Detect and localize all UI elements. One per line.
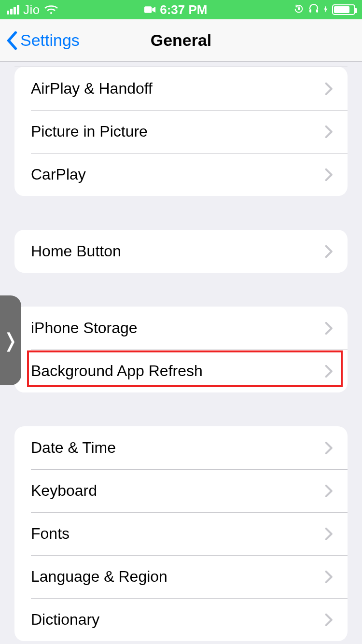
row-label: Picture in Picture	[31, 123, 148, 140]
status-time: 6:37 PM	[160, 2, 207, 17]
wifi-icon	[44, 4, 58, 15]
svg-rect-3	[309, 9, 311, 13]
headphones-icon	[308, 2, 320, 17]
row-label: AirPlay & Handoff	[31, 80, 153, 98]
settings-group-2: iPhone Storage Background App Refresh	[14, 307, 348, 392]
svg-rect-2	[298, 8, 300, 10]
status-center: 6:37 PM	[144, 2, 207, 17]
row-label: Fonts	[31, 525, 70, 543]
status-right	[293, 2, 355, 17]
chevron-left-icon	[7, 31, 17, 50]
camera-icon	[144, 5, 156, 14]
cellular-signal-icon	[7, 5, 19, 14]
status-left: Jio	[7, 2, 58, 17]
svg-rect-4	[316, 9, 318, 13]
carrier-label: Jio	[23, 2, 40, 17]
chevron-right-icon	[325, 126, 333, 138]
settings-group-3: Date & Time Keyboard Fonts Language & Re…	[14, 426, 348, 641]
chevron-right-icon	[325, 571, 333, 583]
row-home-button[interactable]: Home Button	[14, 230, 348, 273]
row-fonts[interactable]: Fonts	[14, 512, 348, 555]
settings-group-0: AirPlay & Handoff Picture in Picture Car…	[14, 67, 348, 196]
back-button[interactable]: Settings	[0, 31, 80, 50]
nav-bar: Settings General	[0, 19, 362, 62]
battery-icon	[332, 4, 355, 15]
back-label: Settings	[20, 31, 80, 50]
row-label: CarPlay	[31, 166, 86, 183]
row-label: iPhone Storage	[31, 319, 138, 337]
row-keyboard[interactable]: Keyboard	[14, 469, 348, 512]
row-iphone-storage[interactable]: iPhone Storage	[14, 307, 348, 350]
row-label: Dictionary	[31, 611, 99, 629]
svg-point-0	[50, 12, 52, 14]
chevron-right-icon	[325, 485, 333, 497]
chevron-right-icon	[325, 168, 333, 181]
chevron-right-icon	[325, 245, 333, 258]
side-handle-tab[interactable]: ❭	[0, 295, 21, 385]
chevron-right-icon	[325, 614, 333, 626]
row-background-app-refresh[interactable]: Background App Refresh	[14, 350, 348, 392]
row-label: Keyboard	[31, 482, 97, 500]
row-picture-in-picture[interactable]: Picture in Picture	[14, 110, 348, 153]
status-bar: Jio 6:37 PM	[0, 0, 362, 19]
chevron-right-icon	[325, 322, 333, 335]
chevron-right-icon: ❭	[2, 329, 19, 351]
row-airplay-handoff[interactable]: AirPlay & Handoff	[14, 67, 348, 110]
settings-group-1: Home Button	[14, 230, 348, 273]
chevron-right-icon	[325, 365, 333, 378]
row-date-time[interactable]: Date & Time	[14, 426, 348, 469]
row-label: Language & Region	[31, 568, 167, 586]
row-label: Date & Time	[31, 439, 116, 457]
chevron-right-icon	[325, 83, 333, 95]
settings-content[interactable]: AirPlay & Handoff Picture in Picture Car…	[0, 62, 362, 644]
orientation-lock-icon	[293, 2, 304, 17]
row-label: Background App Refresh	[31, 362, 203, 380]
row-label: Home Button	[31, 242, 121, 260]
chevron-right-icon	[325, 442, 333, 454]
battery-charging-icon	[323, 5, 328, 14]
chevron-right-icon	[325, 528, 333, 540]
row-language-region[interactable]: Language & Region	[14, 555, 348, 598]
row-carplay[interactable]: CarPlay	[14, 153, 348, 196]
svg-rect-1	[144, 6, 152, 13]
row-dictionary[interactable]: Dictionary	[14, 598, 348, 641]
